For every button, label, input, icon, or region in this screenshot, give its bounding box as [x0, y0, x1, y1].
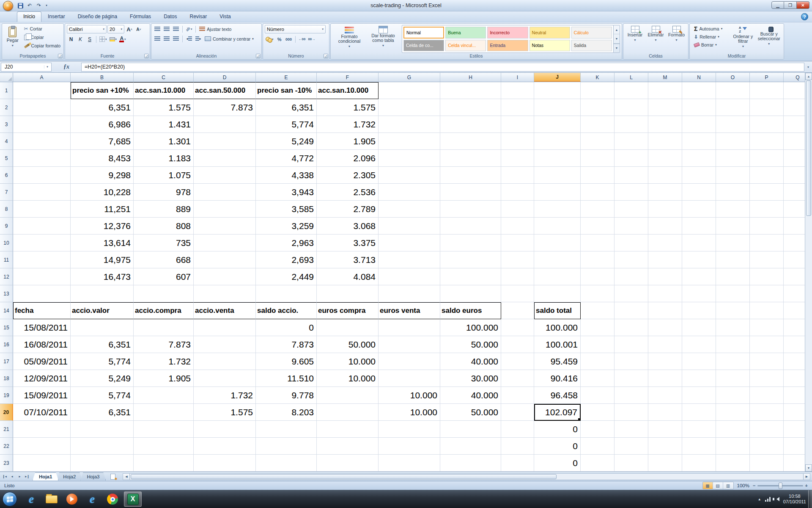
- cell-K7[interactable]: [581, 184, 614, 201]
- orientation-button[interactable]: ab▾: [185, 25, 193, 33]
- cell-C21[interactable]: [134, 421, 194, 438]
- cell-F1[interactable]: acc.san.10.000: [317, 82, 379, 99]
- cell-M23[interactable]: [648, 455, 682, 472]
- cell-N6[interactable]: [682, 167, 716, 184]
- gallery-scroll-down[interactable]: ▼: [614, 34, 620, 43]
- cell-M2[interactable]: [648, 99, 682, 116]
- cell-G15[interactable]: [379, 319, 440, 336]
- cell-D17[interactable]: [194, 353, 256, 370]
- cell-C6[interactable]: 1.075: [134, 167, 194, 184]
- font-size-select[interactable]: 20▾: [107, 25, 124, 33]
- cell-C10[interactable]: 735: [134, 235, 194, 251]
- column-header-B[interactable]: B: [71, 73, 134, 82]
- cell-D20[interactable]: 1.575: [194, 404, 256, 421]
- cell-B5[interactable]: 8,453: [71, 150, 134, 167]
- cell-A11[interactable]: [13, 251, 71, 268]
- cell-O23[interactable]: [716, 455, 750, 472]
- cell-A14[interactable]: fecha: [13, 302, 71, 319]
- cell-F3[interactable]: 1.732: [317, 116, 379, 133]
- cell-B3[interactable]: 6,986: [71, 116, 134, 133]
- align-left-button[interactable]: [153, 35, 162, 43]
- cell-N8[interactable]: [682, 201, 716, 218]
- cell-D18[interactable]: [194, 370, 256, 387]
- italic-button[interactable]: K: [76, 35, 85, 43]
- row-header-3[interactable]: 3: [0, 116, 13, 133]
- cell-I4[interactable]: [501, 133, 534, 150]
- cell-H7[interactable]: [440, 184, 501, 201]
- sheet-tab-hoja2[interactable]: Hoja2: [57, 472, 82, 480]
- column-header-N[interactable]: N: [682, 73, 716, 82]
- cell-P6[interactable]: [750, 167, 784, 184]
- cell-G7[interactable]: [379, 184, 440, 201]
- cell-C7[interactable]: 978: [134, 184, 194, 201]
- cell-H23[interactable]: [440, 455, 501, 472]
- cell-N22[interactable]: [682, 438, 716, 455]
- cell-M9[interactable]: [648, 218, 682, 235]
- row-header-23[interactable]: 23: [0, 455, 13, 472]
- cell-H6[interactable]: [440, 167, 501, 184]
- cell-A5[interactable]: [13, 150, 71, 167]
- fill-color-button[interactable]: ▾: [109, 35, 118, 43]
- cell-F18[interactable]: 10.000: [317, 370, 379, 387]
- cell-A12[interactable]: [13, 268, 71, 285]
- cell-B21[interactable]: [71, 421, 134, 438]
- sheet-tab-hoja1[interactable]: Hoja1: [33, 472, 58, 480]
- cell-P10[interactable]: [750, 235, 784, 251]
- cell-J17[interactable]: 95.459: [534, 353, 581, 370]
- volume-icon[interactable]: [774, 497, 779, 501]
- cell-L23[interactable]: [614, 455, 648, 472]
- page-break-view-button[interactable]: ▥: [723, 482, 733, 489]
- merge-center-button[interactable]: Combinar y centrar▾: [203, 35, 255, 43]
- cell-H15[interactable]: 100.000: [440, 319, 501, 336]
- cell-A17[interactable]: 05/09/2011: [13, 353, 71, 370]
- cell-P4[interactable]: [750, 133, 784, 150]
- cell-J21[interactable]: 0: [534, 421, 581, 438]
- cell-A3[interactable]: [13, 116, 71, 133]
- cell-H14[interactable]: saldo euros: [440, 302, 501, 319]
- cell-J10[interactable]: [534, 235, 581, 251]
- cell-K12[interactable]: [581, 268, 614, 285]
- row-header-9[interactable]: 9: [0, 218, 13, 235]
- cell-I15[interactable]: [501, 319, 534, 336]
- cell-M22[interactable]: [648, 438, 682, 455]
- cell-O20[interactable]: [716, 404, 750, 421]
- cell-N14[interactable]: [682, 302, 716, 319]
- cell-P13[interactable]: [750, 285, 784, 302]
- cell-I18[interactable]: [501, 370, 534, 387]
- next-sheet-button[interactable]: ▸: [16, 473, 23, 480]
- cell-F10[interactable]: 3.375: [317, 235, 379, 251]
- cell-C17[interactable]: 1.732: [134, 353, 194, 370]
- cell-H2[interactable]: [440, 99, 501, 116]
- cell-L11[interactable]: [614, 251, 648, 268]
- cell-P1[interactable]: [750, 82, 784, 99]
- cell-style-salida[interactable]: Salida: [571, 40, 612, 52]
- cell-I9[interactable]: [501, 218, 534, 235]
- cell-N16[interactable]: [682, 336, 716, 353]
- number-format-select[interactable]: Número▾: [265, 25, 326, 33]
- cell-M10[interactable]: [648, 235, 682, 251]
- cell-C8[interactable]: 889: [134, 201, 194, 218]
- cell-F21[interactable]: [317, 421, 379, 438]
- cell-G21[interactable]: [379, 421, 440, 438]
- cell-P18[interactable]: [750, 370, 784, 387]
- cell-J5[interactable]: [534, 150, 581, 167]
- cell-C20[interactable]: [134, 404, 194, 421]
- cell-K4[interactable]: [581, 133, 614, 150]
- cell-H20[interactable]: 50.000: [440, 404, 501, 421]
- cell-O11[interactable]: [716, 251, 750, 268]
- cell-B6[interactable]: 9,298: [71, 167, 134, 184]
- row-header-18[interactable]: 18: [0, 370, 13, 387]
- row-header-7[interactable]: 7: [0, 184, 13, 201]
- cell-style-neutral[interactable]: Neutral: [529, 27, 570, 39]
- cell-L21[interactable]: [614, 421, 648, 438]
- fuente-dialog-launcher[interactable]: ◿: [144, 54, 149, 58]
- cell-I11[interactable]: [501, 251, 534, 268]
- cell-E5[interactable]: 4,772: [256, 150, 317, 167]
- cell-K10[interactable]: [581, 235, 614, 251]
- zoom-out-button[interactable]: −: [753, 483, 755, 488]
- cell-L2[interactable]: [614, 99, 648, 116]
- taskbar-excel-icon[interactable]: X: [124, 491, 142, 507]
- increase-decimal-button[interactable]: ←00: [298, 35, 307, 43]
- cell-style-celda-de-co[interactable]: Celda de co...: [403, 40, 444, 52]
- cell-N9[interactable]: [682, 218, 716, 235]
